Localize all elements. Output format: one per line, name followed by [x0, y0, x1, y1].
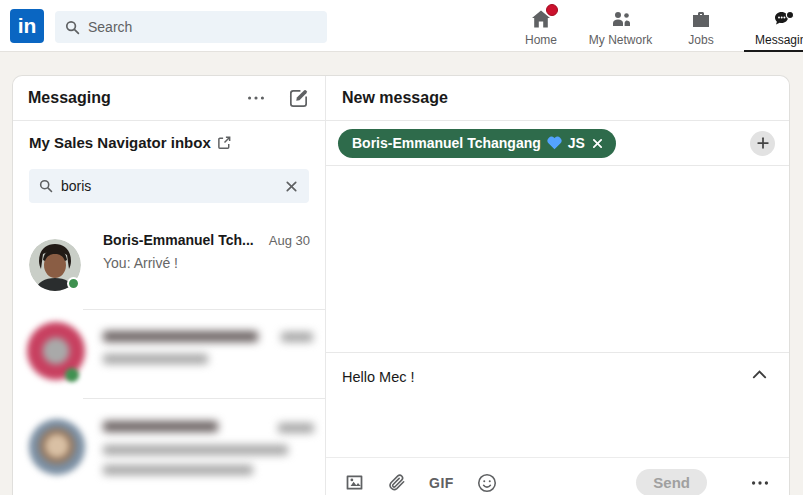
search-icon	[65, 20, 80, 35]
jobs-icon	[689, 7, 713, 31]
redacted-name	[103, 421, 218, 432]
notification-badge	[546, 4, 558, 16]
global-search[interactable]	[55, 11, 327, 43]
message-thread-area	[326, 166, 789, 352]
online-presence-dot	[67, 277, 80, 290]
messaging-icon	[772, 7, 796, 31]
conversation-preview: You: Arrivé !	[103, 255, 178, 271]
conversation-list-panel: Messaging My Sales Navigator inbox	[13, 76, 326, 495]
recipient-pill[interactable]: Boris-Emmanuel Tchangang JS	[338, 129, 616, 158]
recipient-suffix: JS	[568, 135, 585, 151]
redacted-preview	[103, 465, 253, 475]
new-message-title: New message	[342, 89, 448, 107]
recipient-name: Boris-Emmanuel Tchangang	[352, 135, 541, 151]
left-panel-header: Messaging	[13, 76, 325, 120]
attach-image-icon[interactable]	[344, 472, 365, 493]
nav-jobs[interactable]: Jobs	[677, 0, 725, 52]
remove-recipient-icon[interactable]	[591, 137, 604, 150]
search-input[interactable]	[88, 19, 317, 35]
conversation-searchbox[interactable]	[29, 169, 309, 203]
nav-jobs-label: Jobs	[688, 33, 713, 47]
sales-navigator-inbox-link[interactable]: My Sales Navigator inbox	[13, 121, 325, 161]
redacted-preview	[103, 354, 208, 364]
send-button[interactable]: Send	[636, 469, 707, 495]
new-message-panel: New message Boris-Emmanuel Tchangang JS	[326, 76, 789, 495]
compose-toolbar: GIF Send	[326, 457, 789, 495]
recipient-row: Boris-Emmanuel Tchangang JS	[326, 121, 789, 165]
gif-button[interactable]: GIF	[429, 475, 454, 491]
external-link-icon	[217, 135, 232, 150]
my-network-icon	[609, 7, 633, 31]
home-icon	[529, 7, 553, 31]
nav-home[interactable]: Home	[513, 0, 569, 52]
redacted-name	[103, 331, 258, 342]
attach-file-icon[interactable]	[387, 473, 407, 493]
nav-messaging[interactable]: Messaging	[744, 0, 803, 52]
nav-my-network-label: My Network	[589, 33, 652, 47]
emoji-icon[interactable]	[476, 472, 498, 494]
conversation-item-redacted[interactable]	[13, 310, 325, 398]
online-presence-dot	[65, 368, 79, 382]
nav-home-label: Home	[525, 33, 557, 47]
linkedin-logo[interactable]: in	[10, 9, 44, 43]
redacted-date	[278, 423, 314, 433]
right-panel-header: New message	[326, 76, 789, 120]
clear-search-icon[interactable]	[284, 179, 299, 194]
conversation-search-input[interactable]	[61, 178, 276, 194]
sales-navigator-label: My Sales Navigator inbox	[29, 134, 211, 151]
compose-icon[interactable]	[287, 87, 310, 110]
redacted-date	[281, 332, 313, 342]
add-recipient-button[interactable]	[750, 131, 775, 156]
top-nav: in Home My Network Jobs Messaging	[0, 0, 803, 52]
more-actions-icon[interactable]	[749, 472, 771, 494]
chevron-up-icon[interactable]	[750, 365, 769, 384]
message-compose-area[interactable]: Hello Mec !	[326, 353, 789, 457]
blue-heart-emoji	[547, 136, 562, 150]
nav-messaging-label: Messaging	[755, 33, 803, 47]
search-icon	[39, 179, 53, 193]
redacted-preview	[103, 445, 288, 455]
messaging-title: Messaging	[28, 89, 111, 107]
conversation-search-row	[13, 161, 325, 217]
conversation-date: Aug 30	[269, 233, 310, 248]
avatar	[29, 419, 85, 475]
messaging-card: Messaging My Sales Navigator inbox	[12, 75, 790, 495]
more-options-icon[interactable]	[245, 87, 267, 109]
nav-my-network[interactable]: My Network	[583, 0, 658, 52]
conversation-name: Boris-Emmanuel Tch...	[103, 232, 254, 248]
compose-text[interactable]: Hello Mec !	[342, 369, 415, 385]
conversation-item-redacted[interactable]	[13, 399, 325, 494]
conversation-item-boris[interactable]: Boris-Emmanuel Tch... Aug 30 You: Arrivé…	[13, 217, 325, 309]
